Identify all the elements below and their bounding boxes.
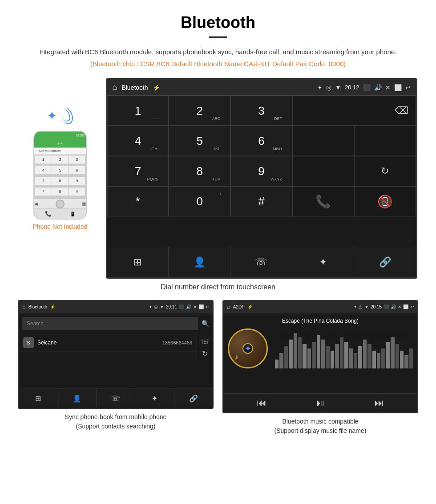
location-icon: ◎ xyxy=(326,84,331,91)
dial-key-8[interactable]: 8 TUV xyxy=(169,156,230,186)
pb-usb-icon: ⚡ xyxy=(50,304,55,309)
phone-key-7[interactable]: 7 xyxy=(35,177,52,185)
music-status-left: ⌂ A2DP ⚡ xyxy=(227,304,253,310)
phone-key-3[interactable]: 3 xyxy=(69,156,85,164)
sidebar-phone-icon[interactable]: ☏ xyxy=(201,337,210,346)
phone-status-bar: M.20 xyxy=(34,132,86,139)
phone-key-5[interactable]: 5 xyxy=(52,166,69,174)
music-win-icon[interactable]: ⬜ xyxy=(403,304,408,309)
dial-key-0[interactable]: 0 + xyxy=(169,186,230,216)
music-status-right: ✦ ◎ ▼ 20:15 ⬛ 🔊 ✕ ⬜ ↩ xyxy=(353,304,414,309)
phonebook-screen: ⌂ Bluetooth ⚡ ✦ ◎ ▼ 20:11 ⬛ 🔊 ✕ ⬜ ↩ xyxy=(18,300,214,409)
pb-link-icon: 🔗 xyxy=(189,394,198,403)
phone-key-9[interactable]: 9 xyxy=(69,177,85,185)
refresh-icon[interactable]: ↻ xyxy=(381,165,389,177)
phone-key-6[interactable]: 6 xyxy=(69,166,85,174)
pb-time: 20:11 xyxy=(166,304,177,309)
search-icon[interactable]: 🔍 xyxy=(202,320,213,327)
music-home-icon[interactable]: ⌂ xyxy=(227,304,230,310)
phone-home-button[interactable] xyxy=(56,200,65,208)
camera-icon[interactable]: ⬛ xyxy=(363,84,371,91)
pb-link-btn[interactable]: 🔗 xyxy=(174,388,213,408)
specs-text: (Bluetooth chip : CSR BC6 Default Blueto… xyxy=(18,60,418,68)
phone-inner: M.20 ● ● + Add to Contacts 1 2 3 4 5 6 xyxy=(34,132,86,219)
pb-title: Bluetooth xyxy=(28,304,47,309)
car-bottom-toolbar: ⊞ 👤 ☏ ✦ 🔗 xyxy=(107,247,416,277)
contact-item[interactable]: S Seicane 13566664466 xyxy=(19,334,197,352)
play-pause-icon[interactable]: ⏯ xyxy=(315,397,325,409)
phone-key-2[interactable]: 2 xyxy=(52,156,69,164)
album-center: ✦ xyxy=(242,343,253,354)
phone-key-4[interactable]: 4 xyxy=(35,166,52,174)
status-right: ✦ ◎ ▼ 20:12 ⬛ 🔊 ✕ ⬜ ↩ xyxy=(317,84,410,91)
volume-icon[interactable]: 🔊 xyxy=(374,84,382,91)
music-wifi-icon: ▼ xyxy=(364,304,369,309)
toolbar-link[interactable]: 🔗 xyxy=(354,247,416,277)
dial-key-7[interactable]: 7 PQRS xyxy=(107,156,169,186)
bluetooth-album-icon: ✦ xyxy=(244,343,252,354)
search-placeholder: Search xyxy=(27,320,194,327)
backspace-button[interactable]: ⌫ xyxy=(395,105,408,116)
dial-key-6[interactable]: 6 MNO xyxy=(230,126,292,156)
music-content: Escape (The Pina Colada Song) ✦ ♪ xyxy=(223,313,417,393)
close-icon[interactable]: ✕ xyxy=(385,84,391,91)
dial-key-5[interactable]: 5 JKL xyxy=(169,126,230,156)
phone-key-0[interactable]: 0 xyxy=(52,188,69,196)
music-close-icon[interactable]: ✕ xyxy=(398,304,401,309)
toolbar-contacts[interactable]: 👤 xyxy=(169,247,230,277)
toolbar-bluetooth[interactable]: ✦ xyxy=(292,247,354,277)
dial-key-1[interactable]: 1 ⌣⌣ xyxy=(107,96,169,126)
phonebook-caption: Sync phone-book from mobile phone (Suppo… xyxy=(65,412,167,431)
phone-add-contact: + Add to Contacts xyxy=(34,148,86,155)
pb-loc-icon: ◎ xyxy=(154,304,158,309)
dial-call-red[interactable]: 📵 xyxy=(354,186,416,216)
phone-key-star[interactable]: * xyxy=(35,188,52,196)
dial-key-2[interactable]: 2 ABC xyxy=(169,96,230,126)
pb-status-left: ⌂ Bluetooth ⚡ xyxy=(22,304,55,310)
pb-win-icon[interactable]: ⬜ xyxy=(198,304,204,309)
music-usb-icon: ⚡ xyxy=(247,304,253,309)
phone-keypad: 1 2 3 4 5 6 7 8 9 * 0 # xyxy=(34,155,86,199)
pb-person-btn[interactable]: 👤 xyxy=(57,388,96,408)
home-icon[interactable]: ⌂ xyxy=(113,83,117,92)
music-back-icon[interactable]: ↩ xyxy=(410,304,414,309)
pb-home-icon[interactable]: ⌂ xyxy=(22,304,26,310)
prev-track-icon[interactable]: ⏮ xyxy=(257,397,266,409)
pb-grid-btn[interactable]: ⊞ xyxy=(19,388,57,408)
dial-call-green[interactable]: 📞 xyxy=(292,186,354,216)
bottom-screenshots: ⌂ Bluetooth ⚡ ✦ ◎ ▼ 20:11 ⬛ 🔊 ✕ ⬜ ↩ xyxy=(18,300,418,436)
screen-title: Bluetooth xyxy=(121,84,148,91)
music-title: A2DP xyxy=(233,304,245,309)
pb-phone-btn[interactable]: ☏ xyxy=(97,388,135,408)
pb-close-icon[interactable]: ✕ xyxy=(193,304,197,309)
pb-wifi-icon: ▼ xyxy=(160,304,164,309)
phonebook-search-bar[interactable]: Search xyxy=(22,317,198,330)
dial-key-9[interactable]: 9 WXYZ xyxy=(230,156,292,186)
title-divider xyxy=(209,36,227,38)
dialpad: 1 ⌣⌣ 2 ABC 3 DEF ⌫ 4 GHI xyxy=(107,96,416,247)
phone-icon: ☏ xyxy=(255,256,267,268)
contact-list: S Seicane 13566664466 xyxy=(19,334,197,361)
dial-key-3[interactable]: 3 DEF xyxy=(230,96,292,126)
back-icon[interactable]: ↩ xyxy=(405,84,411,91)
phone-key-hash[interactable]: # xyxy=(69,188,85,196)
pb-bt-btn[interactable]: ✦ xyxy=(135,388,174,408)
main-screenshot-area: ✦ M.20 ● ● + Add to Contacts 1 xyxy=(18,78,418,279)
dial-key-4[interactable]: 4 GHI xyxy=(107,126,169,156)
status-left: ⌂ Bluetooth ⚡ xyxy=(113,83,160,92)
next-track-icon[interactable]: ⏭ xyxy=(374,397,384,409)
window-icon[interactable]: ⬜ xyxy=(394,84,402,91)
toolbar-dialpad[interactable]: ⊞ xyxy=(107,247,169,277)
phone-key-1[interactable]: 1 xyxy=(35,156,52,164)
toolbar-phone[interactable]: ☏ xyxy=(230,247,292,277)
dial-key-star[interactable]: * xyxy=(107,186,169,216)
dial-key-hash[interactable]: # xyxy=(230,186,292,216)
music-controls: ⏮ ⏯ ⏭ xyxy=(223,393,417,412)
contact-name: Seicane xyxy=(37,340,162,346)
phone-key-8[interactable]: 8 xyxy=(52,177,69,185)
sidebar-refresh-icon[interactable]: ↻ xyxy=(202,349,208,358)
pb-back-icon[interactable]: ↩ xyxy=(206,304,209,309)
bluetooth-phone-icon: ✦ xyxy=(47,108,57,123)
dial-empty-r3c5: ↻ xyxy=(354,156,416,186)
music-loc-icon: ◎ xyxy=(359,304,363,309)
